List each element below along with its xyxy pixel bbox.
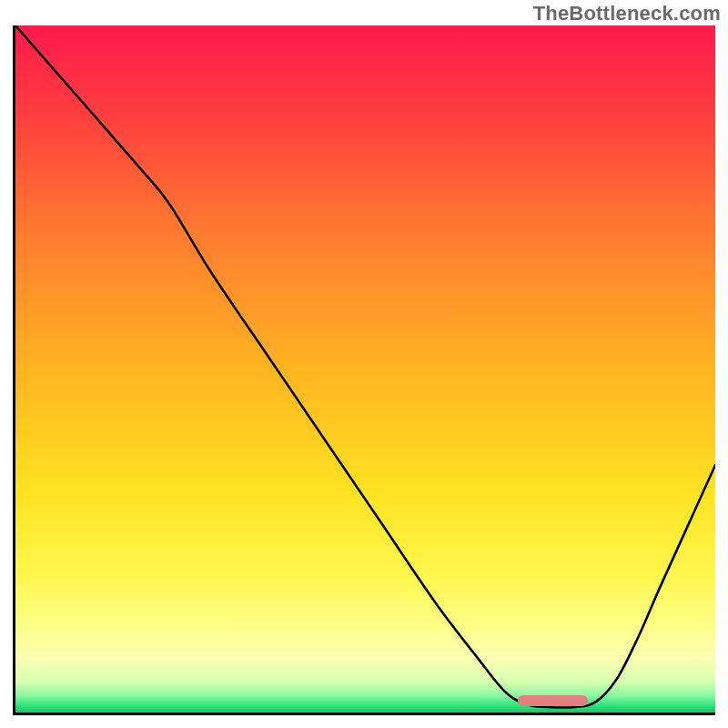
bottleneck-curve <box>15 25 715 713</box>
plot-area <box>13 25 715 715</box>
optimal-range-marker <box>518 695 588 706</box>
chart-frame: TheBottleneck.com <box>0 0 728 728</box>
watermark-text: TheBottleneck.com <box>533 2 721 25</box>
